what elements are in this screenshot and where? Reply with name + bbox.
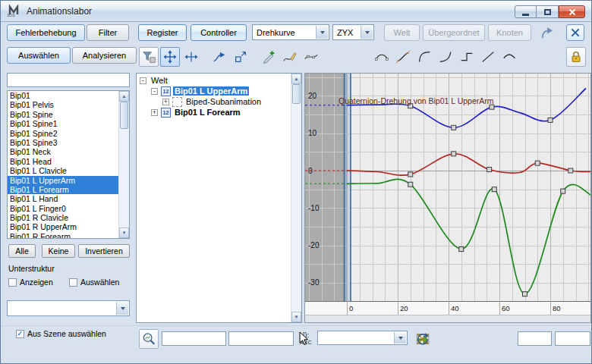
draw-curves-button[interactable] — [280, 47, 300, 67]
tree-row[interactable]: -Welt — [137, 75, 291, 86]
tree-label[interactable]: Welt — [150, 76, 169, 85]
list-item[interactable]: Bip01 L UpperArm — [8, 176, 118, 185]
maximize-button[interactable] — [537, 5, 559, 18]
update-view-button[interactable] — [413, 329, 433, 349]
tree-label[interactable]: Biped-Subanimation — [184, 97, 263, 106]
tab-label: Filter — [99, 28, 117, 37]
from-scene-checkbox[interactable]: Aus Szene auswählen — [16, 329, 106, 338]
set-tangents-smooth-button[interactable] — [499, 47, 519, 67]
scroll-down-icon[interactable]: ▼ — [119, 228, 129, 238]
move-horizontal-button[interactable] — [181, 47, 201, 67]
key-tools-strip — [139, 47, 321, 67]
list-item[interactable]: Bip01 L Clavicle — [8, 166, 118, 175]
svg-text:Quaternion-Drehung von Bip01 L: Quaternion-Drehung von Bip01 L UpperArm — [339, 96, 494, 105]
set-tangents-linear-button[interactable] — [478, 47, 498, 67]
tools-toolbar: Auswählen Analysieren — [1, 46, 591, 70]
object-selection-panel: Bip01Bip01 PelvisBip01 SpineBip01 Spine1… — [7, 73, 130, 323]
list-item[interactable]: Bip01 Spine1 — [8, 119, 118, 128]
window-controls — [515, 5, 585, 18]
show-substructure-checkbox[interactable]: Anzeigen — [8, 278, 53, 287]
tree-scrollbar[interactable]: ▲ ▼ — [291, 74, 301, 322]
list-item[interactable]: Bip01 Head — [8, 157, 118, 166]
tab-filter[interactable]: Filter — [87, 24, 129, 41]
select-substructure-checkbox[interactable]: Auswählen — [69, 278, 119, 287]
track-value-field[interactable] — [228, 331, 294, 346]
zoom-region-button[interactable] — [139, 329, 159, 349]
key-value-field[interactable] — [555, 331, 590, 346]
register-button[interactable]: Register — [138, 24, 187, 41]
close-x-button[interactable] — [566, 24, 584, 41]
list-item[interactable]: Bip01 Spine2 — [8, 129, 118, 138]
move-keys-button[interactable] — [160, 47, 180, 67]
tab-auswaehlen[interactable]: Auswählen — [7, 47, 71, 64]
list-item[interactable]: Bip01 Pelvis — [8, 100, 118, 109]
collapse-icon[interactable]: - — [140, 77, 146, 84]
set-tangents-fast-button[interactable] — [414, 47, 434, 67]
key-time-field[interactable] — [518, 331, 552, 346]
slide-keys-button[interactable] — [209, 47, 229, 67]
list-item[interactable]: Bip01 — [8, 91, 118, 100]
add-keys-button[interactable] — [259, 47, 279, 67]
scroll-up-icon[interactable]: ▲ — [119, 91, 129, 102]
list-item[interactable]: Bip01 R UpperArm — [8, 222, 118, 231]
scroll-up-icon[interactable]: ▲ — [291, 74, 301, 84]
set-tangents-custom-button[interactable] — [393, 47, 413, 67]
select-none-button[interactable]: Keine — [42, 244, 75, 258]
object-list-scrollbar[interactable]: ▲ ▼ — [118, 91, 129, 238]
controller-button[interactable]: Controller — [191, 24, 247, 41]
list-item[interactable]: Bip01 L Finger0 — [8, 204, 118, 213]
invert-selection-button[interactable]: Invertieren — [78, 244, 130, 258]
tree-label[interactable]: Bip01 L UpperArm — [173, 86, 249, 96]
track-tree[interactable]: -Welt-12Bip01 L UpperArm+Biped-Subanimat… — [136, 73, 302, 323]
object-list[interactable]: Bip01Bip01 PelvisBip01 SpineBip01 Spine1… — [7, 90, 130, 239]
promote-arrow-icon[interactable] — [539, 25, 556, 42]
set-tangents-flat-button[interactable] — [372, 47, 392, 67]
list-item[interactable]: Bip01 R Forearm — [8, 232, 118, 238]
tab-fehlerbehebung[interactable]: Fehlerbehebung — [7, 24, 85, 41]
list-item[interactable]: Bip01 L Forearm — [8, 185, 118, 194]
checkbox-icon[interactable] — [16, 330, 24, 338]
curve-type-select[interactable]: Drehkurve — [252, 24, 329, 40]
reduce-keys-button[interactable] — [301, 47, 321, 67]
titlebar[interactable]: 3DS Animationslabor — [1, 1, 591, 22]
curve-editor[interactable]: 20100-10-20-30Quaternion-Drehung von Bip… — [304, 73, 591, 323]
preset-select[interactable] — [7, 300, 130, 316]
chevron-down-icon[interactable] — [361, 26, 373, 39]
tree-label[interactable]: Bip01 L Forearm — [173, 108, 242, 117]
object-filter-input[interactable] — [7, 73, 130, 87]
axis-order-select[interactable]: ZYX — [332, 24, 374, 40]
checkbox-icon[interactable] — [69, 278, 77, 287]
track-set-select[interactable] — [317, 331, 408, 345]
scroll-down-icon[interactable]: ▼ — [291, 312, 301, 322]
set-tangents-slow-button[interactable] — [436, 47, 455, 67]
checkbox-icon[interactable] — [8, 278, 17, 287]
close-button[interactable] — [559, 5, 585, 18]
scrollbar-thumb[interactable] — [292, 84, 301, 104]
tree-row[interactable]: +Biped-Subanimation — [137, 96, 291, 107]
minimize-button[interactable] — [515, 5, 537, 18]
tree-row[interactable]: -12Bip01 L UpperArm — [137, 86, 291, 96]
scrollbar-thumb[interactable] — [120, 102, 128, 129]
list-item[interactable]: Bip01 Neck — [8, 147, 118, 156]
chevron-down-icon[interactable] — [116, 302, 128, 315]
list-item[interactable]: Bip01 Spine3 — [8, 138, 118, 147]
filter-keys-button[interactable] — [139, 47, 159, 67]
svg-text:-30: -30 — [308, 278, 320, 287]
list-item[interactable]: Bip01 R Clavicle — [8, 213, 118, 222]
expand-icon[interactable]: + — [162, 99, 169, 105]
track-name-field[interactable] — [162, 331, 226, 346]
collapse-icon[interactable]: - — [151, 88, 158, 95]
list-item[interactable]: Bip01 Spine — [8, 110, 118, 119]
tree-row[interactable]: +12Bip01 L Forearm — [137, 107, 291, 118]
chevron-down-icon[interactable] — [316, 26, 328, 39]
tab-analysieren[interactable]: Analysieren — [72, 47, 137, 64]
list-item[interactable]: Bip01 L Hand — [8, 194, 118, 203]
scale-keys-button[interactable] — [231, 47, 250, 67]
set-tangents-step-button[interactable] — [457, 47, 477, 67]
expand-icon[interactable]: + — [151, 109, 158, 116]
lock-tangents-button[interactable] — [566, 47, 586, 67]
curve-canvas[interactable]: 20100-10-20-30Quaternion-Drehung von Bip… — [305, 74, 590, 322]
chevron-down-icon[interactable] — [394, 332, 406, 344]
svg-text:20: 20 — [400, 304, 408, 312]
select-all-button[interactable]: Alle — [8, 244, 36, 258]
